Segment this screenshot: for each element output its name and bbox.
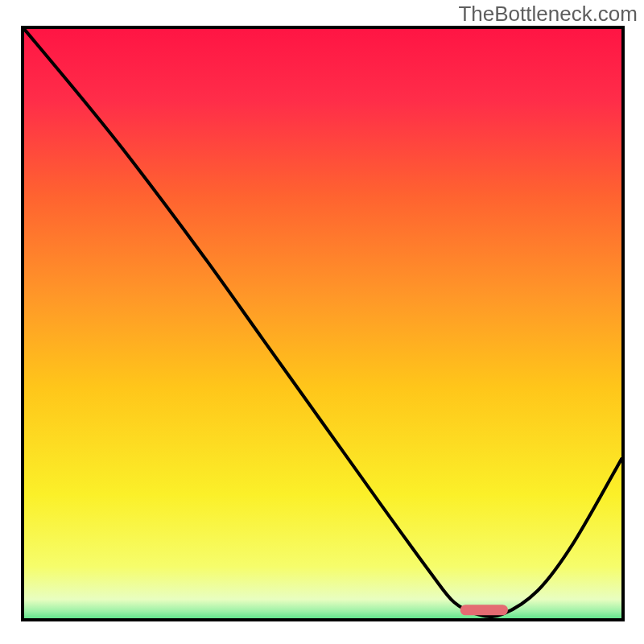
watermark-text: TheBottleneck.com (458, 2, 638, 27)
optimal-range-marker (24, 29, 621, 618)
plot-area (21, 26, 625, 621)
chart-container: TheBottleneck.com (0, 0, 644, 644)
svg-rect-1 (460, 605, 508, 615)
